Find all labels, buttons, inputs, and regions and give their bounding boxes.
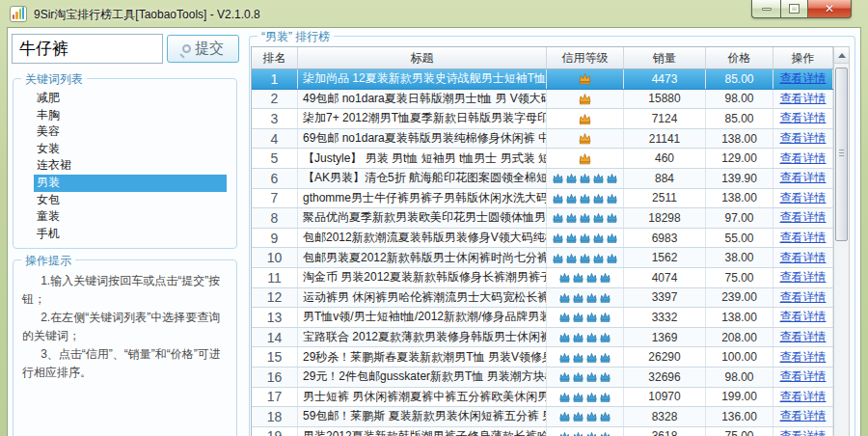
keyword-search-input[interactable] bbox=[12, 34, 163, 64]
keyword-item-5[interactable]: 男装 bbox=[34, 175, 227, 192]
view-detail-link[interactable]: 查看详情 bbox=[780, 368, 827, 385]
maximize-button[interactable] bbox=[780, 0, 807, 18]
price-cell: 199.00 bbox=[706, 388, 773, 407]
close-button[interactable]: ✕ bbox=[807, 0, 852, 18]
credit-crown-blue-icon bbox=[558, 411, 571, 422]
table-row-19[interactable]: 19男装2012夏装新款韩版潮男裤子修身薄款长裤哈伦...361875.00查看… bbox=[252, 427, 833, 436]
keyword-item-2[interactable]: 美容 bbox=[34, 123, 227, 141]
table-row-8[interactable]: 8聚品优尚夏季新款男装欧美印花男士圆领体恤男士...1829897.00查看详情 bbox=[252, 208, 833, 229]
view-detail-link[interactable]: 查看详情 bbox=[780, 130, 827, 147]
rank-cell: 13 bbox=[252, 308, 298, 327]
minimize-button[interactable] bbox=[751, 0, 780, 18]
keyword-item-1[interactable]: 丰胸 bbox=[34, 107, 227, 124]
action-cell: 查看详情 bbox=[773, 288, 833, 308]
table-row-4[interactable]: 469包邮 no1dara夏装韩版男装纯棉修身休闲裤 中...21141138.… bbox=[252, 129, 833, 150]
view-detail-link[interactable]: 查看详情 bbox=[780, 70, 827, 87]
table-row-13[interactable]: 13男T恤v领/男士短袖t恤/2012新款潮/修身品牌男装/...3332138… bbox=[252, 308, 833, 328]
action-cell: 查看详情 bbox=[773, 407, 833, 426]
table-row-17[interactable]: 17男士短裤 男休闲裤潮夏裤中裤五分裤欧美休闲男装...10970199.00查… bbox=[252, 388, 833, 408]
view-detail-link[interactable]: 查看详情 bbox=[780, 110, 827, 126]
vertical-scrollbar[interactable] bbox=[833, 46, 850, 436]
view-detail-link[interactable]: 查看详情 bbox=[780, 309, 827, 325]
view-detail-link[interactable]: 查看详情 bbox=[780, 329, 827, 345]
window-title: 9Sir淘宝排行榜工具[TaobaoTools] - V2.1.0.8 bbox=[34, 7, 260, 23]
table-row-10[interactable]: 10包邮男装夏2012新款韩版男士休闲裤时尚七分裤男...156238.00查看… bbox=[252, 248, 833, 268]
column-header-5[interactable]: 操作 bbox=[773, 47, 833, 68]
credit-crown-gold-icon bbox=[578, 152, 592, 165]
column-header-1[interactable]: 标题 bbox=[298, 47, 547, 68]
submit-button[interactable]: 提交 bbox=[167, 35, 239, 63]
keyword-item-3[interactable]: 女装 bbox=[34, 141, 227, 158]
column-header-4[interactable]: 价格 bbox=[706, 47, 773, 68]
action-cell: 查看详情 bbox=[773, 90, 833, 109]
view-detail-link[interactable]: 查看详情 bbox=[780, 170, 827, 186]
table-row-15[interactable]: 1529秒杀！莱鹏斯春夏装新款潮男T恤 男装V领修身...26290100.00… bbox=[252, 347, 833, 368]
credit-crowns bbox=[558, 431, 611, 436]
view-detail-link[interactable]: 查看详情 bbox=[780, 289, 827, 306]
sales-cell: 3397 bbox=[624, 288, 706, 308]
column-header-3[interactable]: 销量 bbox=[624, 47, 706, 68]
credit-crown-blue-icon bbox=[592, 232, 605, 243]
scroll-up-button[interactable] bbox=[834, 47, 849, 64]
table-row-14[interactable]: 14宝路联合 2012夏款薄款男装修身韩版男士休闲裤 ...1369208.00… bbox=[252, 328, 833, 348]
scrollbar-thumb[interactable] bbox=[835, 68, 848, 241]
view-detail-link[interactable]: 查看详情 bbox=[780, 91, 827, 107]
search-icon bbox=[182, 44, 191, 53]
view-detail-link[interactable]: 查看详情 bbox=[780, 209, 827, 226]
table-row-2[interactable]: 249包邮 no1dara夏装日韩版潮男士t恤 男 V领大码...1588098… bbox=[252, 90, 833, 110]
credit-crowns bbox=[552, 193, 618, 204]
table-row-5[interactable]: 5【Justyle】 男装 男t恤 短袖男 t恤男士 男式装 短...46012… bbox=[252, 149, 833, 169]
title-cell: 【Justyle】 男装 男t恤 短袖男 t恤男士 男式装 短... bbox=[298, 149, 547, 168]
rank-cell: 15 bbox=[252, 347, 298, 367]
title-cell: 柒加7+ 2012潮男T恤夏季新款日韩版男装字母印... bbox=[298, 109, 547, 128]
title-cell: 淘金币 男装2012夏装新款韩版修身长裤潮男裤子... bbox=[298, 268, 547, 287]
table-row-6[interactable]: 6【AK男装】清仓5折 航海船印花图案圆领全棉短袖...884139.90查看详… bbox=[252, 169, 833, 189]
window-controls: ✕ bbox=[751, 0, 852, 18]
keyword-item-8[interactable]: 手机 bbox=[34, 226, 227, 243]
credit-crowns bbox=[578, 132, 592, 145]
table-row-11[interactable]: 11淘金币 男装2012夏装新款韩版修身长裤潮男裤子...407475.00查看… bbox=[252, 268, 833, 288]
action-cell: 查看详情 bbox=[773, 129, 833, 149]
credit-crown-blue-icon bbox=[579, 232, 591, 243]
ranking-panel-title: “男装” 排行榜 bbox=[258, 29, 334, 45]
keyword-item-0[interactable]: 减肥 bbox=[34, 90, 227, 107]
table-row-3[interactable]: 3柒加7+ 2012潮男T恤夏季新款日韩版男装字母印...712485.00查看… bbox=[252, 109, 833, 129]
credit-crown-gold-icon bbox=[578, 93, 592, 105]
table-row-9[interactable]: 9包邮2012新款潮流夏装韩版男装修身V领大码纯棉...698355.00查看详… bbox=[252, 229, 833, 249]
ranking-panel: “男装” 排行榜 排名标题信用等级销量价格操作 1柒加尚品 12夏装新款男装史诗… bbox=[249, 36, 855, 436]
sales-cell: 1562 bbox=[624, 248, 706, 267]
column-header-0[interactable]: 排名 bbox=[252, 47, 298, 68]
view-detail-link[interactable]: 查看详情 bbox=[780, 349, 827, 366]
title-cell: 聚品优尚夏季新款男装欧美印花男士圆领体恤男士... bbox=[298, 208, 547, 228]
table-row-7[interactable]: 7gthomme男士牛仔裤男裤子男韩版休闲水洗大码...2511138.00查看… bbox=[252, 189, 833, 209]
view-detail-link[interactable]: 查看详情 bbox=[780, 150, 827, 167]
logo-bar-red bbox=[13, 14, 14, 19]
credit-crown-blue-icon bbox=[572, 292, 584, 303]
view-detail-link[interactable]: 查看详情 bbox=[780, 250, 827, 266]
table-row-16[interactable]: 1629元！2件包邮gusskater新款男T恤 男装潮方块树...326969… bbox=[252, 368, 833, 388]
sales-cell: 10970 bbox=[624, 388, 706, 407]
view-detail-link[interactable]: 查看详情 bbox=[780, 269, 827, 286]
credit-crown-blue-icon bbox=[572, 352, 584, 363]
title-cell: 【AK男装】清仓5折 航海船印花图案圆领全棉短袖... bbox=[298, 169, 547, 188]
view-detail-link[interactable]: 查看详情 bbox=[780, 408, 827, 424]
keyword-item-4[interactable]: 连衣裙 bbox=[34, 157, 227, 175]
view-detail-link[interactable]: 查看详情 bbox=[780, 230, 827, 246]
credit-cell bbox=[547, 368, 624, 387]
column-header-2[interactable]: 信用等级 bbox=[547, 47, 624, 68]
action-cell: 查看详情 bbox=[773, 69, 833, 89]
view-detail-link[interactable]: 查看详情 bbox=[780, 428, 827, 436]
table-row-18[interactable]: 1859包邮！莱鹏斯 夏装新款男装休闲短裤五分裤 男...8328136.00查… bbox=[252, 407, 833, 427]
view-detail-link[interactable]: 查看详情 bbox=[780, 389, 827, 405]
price-cell: 38.00 bbox=[706, 248, 773, 267]
keyword-item-6[interactable]: 女包 bbox=[34, 192, 227, 209]
sales-cell: 1369 bbox=[624, 328, 706, 347]
table-row-1[interactable]: 1柒加尚品 12夏装新款男装史诗战舰男士短袖T恤 韩...447385.00查看… bbox=[252, 69, 833, 90]
action-cell: 查看详情 bbox=[773, 229, 833, 248]
credit-crown-blue-icon bbox=[585, 352, 598, 363]
keyword-item-7[interactable]: 童装 bbox=[34, 208, 227, 226]
sales-cell: 2511 bbox=[624, 189, 706, 208]
table-row-12[interactable]: 12运动裤男 休闲裤男哈伦裤潮流男士大码宽松长裤男...3397239.00查看… bbox=[252, 288, 833, 309]
credit-crown-blue-icon bbox=[599, 411, 611, 422]
view-detail-link[interactable]: 查看详情 bbox=[780, 190, 827, 206]
